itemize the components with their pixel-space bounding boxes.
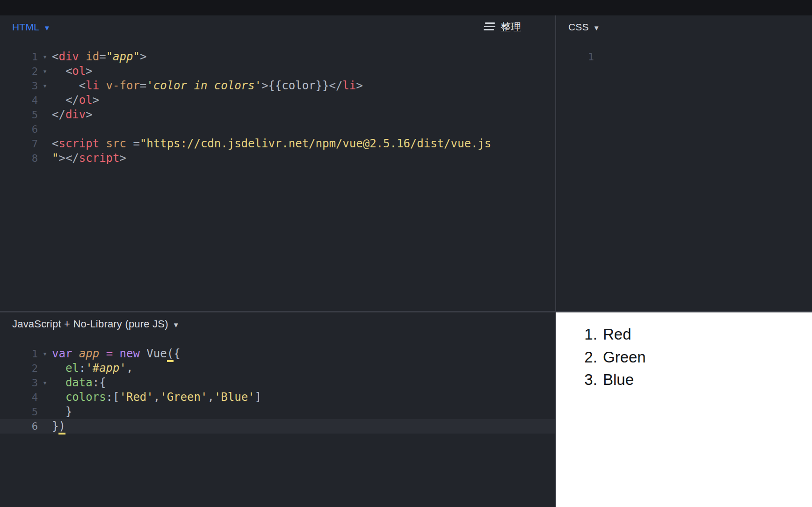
tidy-lines-icon [484, 22, 495, 32]
code-line: 5 } [0, 405, 555, 419]
code-text: var app = new Vue({ [52, 347, 181, 361]
code-text: data:{ [52, 376, 106, 390]
fold-arrow-icon[interactable]: ▾ [38, 79, 52, 93]
code-line: 2▾ <ol> [0, 64, 555, 79]
code-text: </div> [52, 108, 93, 122]
result-list-item: Red [602, 323, 646, 346]
code-text: <ol> [52, 64, 93, 79]
chevron-down-icon: ▼ [593, 24, 600, 31]
vertical-panel-divider[interactable] [555, 15, 556, 507]
line-number: 2 [0, 65, 38, 77]
horizontal-panel-divider[interactable] [0, 311, 555, 312]
fold-arrow-icon[interactable]: ▾ [38, 347, 52, 361]
code-line: 1 [556, 50, 812, 64]
result-panel: RedGreenBlue [556, 312, 812, 507]
js-panel-label: JavaScript + No-Library (pure JS) [12, 318, 168, 330]
js-panel-dropdown[interactable]: JavaScript + No-Library (pure JS) ▼ [12, 316, 180, 332]
css-panel-label: CSS [568, 22, 589, 33]
line-number: 5 [0, 109, 38, 121]
code-line: 3▾ data:{ [0, 376, 555, 390]
js-editor-panel: JavaScript + No-Library (pure JS) ▼ 1▾va… [0, 312, 555, 507]
fold-arrow-icon[interactable]: ▾ [38, 50, 52, 64]
code-text: }) [52, 419, 65, 434]
result-list-item: Green [602, 346, 646, 369]
code-text: colors:['Red','Green','Blue'] [52, 390, 261, 405]
chevron-down-icon: ▼ [173, 321, 180, 328]
code-line: 5</div> [0, 108, 555, 122]
chevron-down-icon: ▼ [44, 24, 51, 31]
line-number: 1 [0, 348, 38, 360]
code-line: 2 el:'#app', [0, 361, 555, 376]
line-number: 4 [0, 391, 38, 403]
fiddle-workspace: HTML ▼ 整理 1▾<div id="app">2▾ <ol>3▾ <li … [0, 0, 812, 507]
code-line: 8"></script> [0, 151, 555, 166]
line-number: 1 [556, 51, 594, 63]
fold-arrow-icon[interactable]: ▾ [38, 376, 52, 390]
code-text: el:'#app', [52, 361, 133, 376]
js-code-editor[interactable]: 1▾var app = new Vue({2 el:'#app',3▾ data… [0, 347, 555, 434]
result-list-item: Blue [602, 369, 646, 391]
tidy-button[interactable]: 整理 [484, 19, 521, 35]
html-code-editor[interactable]: 1▾<div id="app">2▾ <ol>3▾ <li v-for='col… [0, 50, 555, 166]
code-line: 7<script src ="https://cdn.jsdelivr.net/… [0, 137, 555, 151]
code-text: <li v-for='color in colors'>{{color}}</l… [52, 79, 363, 93]
css-panel-dropdown[interactable]: CSS ▼ [568, 19, 600, 35]
line-number: 3 [0, 377, 38, 389]
code-line: 1▾<div id="app"> [0, 50, 555, 64]
html-panel-dropdown[interactable]: HTML ▼ [12, 19, 51, 35]
code-text: <div id="app"> [52, 50, 146, 64]
tidy-button-label: 整理 [500, 20, 521, 34]
html-editor-panel: HTML ▼ 整理 1▾<div id="app">2▾ <ol>3▾ <li … [0, 15, 555, 311]
line-number: 2 [0, 362, 38, 374]
line-number: 1 [0, 51, 38, 63]
html-panel-label: HTML [12, 22, 39, 33]
code-text: </ol> [52, 93, 99, 108]
line-number: 8 [0, 152, 38, 164]
line-number: 6 [0, 420, 38, 432]
code-text: <script src ="https://cdn.jsdelivr.net/n… [52, 137, 491, 151]
css-editor-panel: CSS ▼ 1 [556, 15, 812, 311]
line-number: 5 [0, 406, 38, 418]
code-line: 6 [0, 122, 555, 137]
fold-arrow-icon[interactable]: ▾ [38, 64, 52, 79]
code-text: } [52, 405, 72, 419]
top-bar [0, 0, 812, 15]
code-line: 4 </ol> [0, 93, 555, 108]
horizontal-panel-divider[interactable] [556, 311, 812, 312]
code-line: 3▾ <li v-for='color in colors'>{{color}}… [0, 79, 555, 93]
line-number: 7 [0, 138, 38, 150]
line-number: 6 [0, 123, 38, 135]
css-code-editor[interactable]: 1 [556, 50, 812, 64]
code-line: 6}) [0, 419, 555, 434]
code-line: 4 colors:['Red','Green','Blue'] [0, 390, 555, 405]
line-number: 4 [0, 94, 38, 106]
line-number: 3 [0, 80, 38, 92]
code-text: "></script> [52, 151, 126, 166]
code-line: 1▾var app = new Vue({ [0, 347, 555, 361]
result-ordered-list: RedGreenBlue [556, 323, 646, 391]
